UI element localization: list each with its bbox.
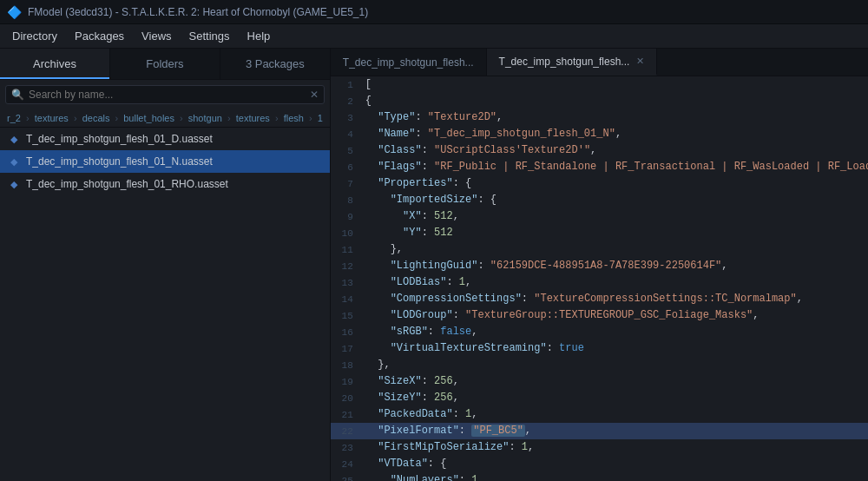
line-number: 11 bbox=[331, 241, 362, 258]
code-line-19: 19 "SizeX": 256, bbox=[331, 373, 868, 390]
menu-help[interactable]: Help bbox=[239, 26, 279, 46]
line-content: "VTData": { bbox=[362, 456, 868, 472]
code-line-15: 15 "LODGroup": "TextureGroup::TEXTUREGRO… bbox=[331, 307, 868, 324]
line-content: "sRGB": false, bbox=[362, 324, 868, 340]
code-line-9: 9 "X": 512, bbox=[331, 208, 868, 225]
line-content: "PackedData": 1, bbox=[362, 406, 868, 423]
tab-packages[interactable]: 3 Packages bbox=[220, 49, 330, 79]
line-content: "SizeY": 256, bbox=[362, 390, 868, 406]
code-line-11: 11 }, bbox=[331, 241, 868, 258]
line-content: "Class": "UScriptClass'Texture2D'", bbox=[362, 142, 868, 159]
code-line-18: 18 }, bbox=[331, 357, 868, 373]
menu-directory[interactable]: Directory bbox=[3, 26, 66, 46]
file-list: ◆ T_dec_imp_shotgun_flesh_01_D.uasset ◆ … bbox=[0, 128, 330, 481]
line-number: 2 bbox=[331, 93, 362, 109]
file-name: T_dec_imp_shotgun_flesh_01_D.uasset bbox=[26, 133, 213, 145]
line-number: 3 bbox=[331, 109, 362, 126]
breadcrumb-item[interactable]: r_2 bbox=[7, 113, 21, 123]
menu-packages[interactable]: Packages bbox=[66, 26, 133, 46]
editor-tab-label: T_dec_imp_shotgun_flesh... bbox=[343, 56, 474, 69]
code-line-2: 2{ bbox=[331, 93, 868, 109]
code-line-25: 25 "NumLayers": 1, bbox=[331, 472, 868, 481]
line-number: 24 bbox=[331, 456, 362, 472]
code-line-10: 10 "Y": 512 bbox=[331, 225, 868, 241]
code-editor[interactable]: 1[2{3 "Type": "Texture2D",4 "Name": "T_d… bbox=[331, 76, 868, 481]
breadcrumb-item[interactable]: bullet_holes bbox=[123, 113, 174, 123]
line-number: 20 bbox=[331, 390, 362, 406]
line-number: 10 bbox=[331, 225, 362, 241]
menu-settings[interactable]: Settings bbox=[181, 26, 239, 46]
line-number: 9 bbox=[331, 208, 362, 225]
app-icon: 🔷 bbox=[7, 5, 21, 19]
line-content: "ImportedSize": { bbox=[362, 192, 868, 208]
editor-tab-0[interactable]: T_dec_imp_shotgun_flesh... bbox=[331, 49, 487, 76]
code-line-13: 13 "LODBias": 1, bbox=[331, 274, 868, 291]
file-name: T_dec_imp_shotgun_flesh_01_N.uasset bbox=[26, 155, 213, 168]
main-layout: Archives Folders 3 Packages 🔍 ✕ r_2 › te… bbox=[0, 49, 868, 481]
line-number: 8 bbox=[331, 192, 362, 208]
line-number: 19 bbox=[331, 373, 362, 390]
line-number: 4 bbox=[331, 126, 362, 142]
line-content: "Properties": { bbox=[362, 175, 868, 192]
breadcrumb-item[interactable]: decals bbox=[82, 113, 110, 123]
code-line-24: 24 "VTData": { bbox=[331, 456, 868, 472]
code-line-22: 22 "PixelFormat": "PF_BC5", bbox=[331, 423, 868, 439]
code-line-14: 14 "CompressionSettings": "TextureCompre… bbox=[331, 291, 868, 307]
line-number: 12 bbox=[331, 258, 362, 274]
line-content: "Y": 512 bbox=[362, 225, 868, 241]
line-content: "LODBias": 1, bbox=[362, 274, 868, 291]
tab-archives[interactable]: Archives bbox=[0, 49, 110, 79]
code-line-6: 6 "Flags": "RF_Public | RF_Standalone | … bbox=[331, 159, 868, 175]
clear-icon[interactable]: ✕ bbox=[310, 89, 319, 101]
tab-folders[interactable]: Folders bbox=[110, 49, 220, 79]
line-content: "Name": "T_dec_imp_shotgun_flesh_01_N", bbox=[362, 126, 868, 142]
line-content: "FirstMipToSerialize": 1, bbox=[362, 439, 868, 456]
right-panel: T_dec_imp_shotgun_flesh... T_dec_imp_sho… bbox=[331, 49, 868, 481]
file-icon: ◆ bbox=[7, 155, 21, 168]
code-line-17: 17 "VirtualTextureStreaming": true bbox=[331, 340, 868, 357]
menu-views[interactable]: Views bbox=[133, 26, 180, 46]
file-item-1[interactable]: ◆ T_dec_imp_shotgun_flesh_01_N.uasset bbox=[0, 150, 330, 173]
line-number: 22 bbox=[331, 423, 362, 439]
window-title: FModel (3edcd31) - S.T.A.L.K.E.R. 2: Hea… bbox=[28, 6, 368, 18]
code-line-8: 8 "ImportedSize": { bbox=[331, 192, 868, 208]
line-number: 13 bbox=[331, 274, 362, 291]
line-content: "LODGroup": "TextureGroup::TEXTUREGROUP_… bbox=[362, 307, 868, 324]
code-line-16: 16 "sRGB": false, bbox=[331, 324, 868, 340]
code-line-3: 3 "Type": "Texture2D", bbox=[331, 109, 868, 126]
code-line-23: 23 "FirstMipToSerialize": 1, bbox=[331, 439, 868, 456]
titlebar: 🔷 FModel (3edcd31) - S.T.A.L.K.E.R. 2: H… bbox=[0, 0, 868, 24]
editor-tab-1[interactable]: T_dec_imp_shotgun_flesh... ✕ bbox=[487, 49, 658, 76]
editor-tab-close[interactable]: ✕ bbox=[636, 56, 644, 67]
line-content: { bbox=[362, 93, 868, 109]
search-icon: 🔍 bbox=[11, 89, 24, 101]
code-line-7: 7 "Properties": { bbox=[331, 175, 868, 192]
breadcrumb-item[interactable]: 1 bbox=[318, 113, 323, 123]
line-content: "NumLayers": 1, bbox=[362, 472, 868, 481]
file-item-2[interactable]: ◆ T_dec_imp_shotgun_flesh_01_RHO.uasset bbox=[0, 173, 330, 195]
file-icon: ◆ bbox=[7, 132, 21, 146]
line-content: }, bbox=[362, 241, 868, 258]
editor-tabs: T_dec_imp_shotgun_flesh... T_dec_imp_sho… bbox=[331, 49, 868, 76]
search-input[interactable] bbox=[29, 89, 310, 101]
breadcrumb-item[interactable]: textures bbox=[35, 113, 69, 123]
file-item-0[interactable]: ◆ T_dec_imp_shotgun_flesh_01_D.uasset bbox=[0, 128, 330, 150]
line-number: 6 bbox=[331, 159, 362, 175]
breadcrumb-item[interactable]: shotgun bbox=[188, 113, 222, 123]
line-content: "CompressionSettings": "TextureCompressi… bbox=[362, 291, 868, 307]
line-content: "PixelFormat": "PF_BC5", bbox=[362, 423, 868, 439]
breadcrumb-item[interactable]: textures bbox=[236, 113, 270, 123]
breadcrumb-item[interactable]: flesh bbox=[284, 113, 304, 123]
code-line-20: 20 "SizeY": 256, bbox=[331, 390, 868, 406]
line-content: "VirtualTextureStreaming": true bbox=[362, 340, 868, 357]
file-icon: ◆ bbox=[7, 177, 21, 191]
line-number: 7 bbox=[331, 175, 362, 192]
menubar: Directory Packages Views Settings Help bbox=[0, 24, 868, 49]
line-number: 1 bbox=[331, 76, 362, 93]
line-content: "X": 512, bbox=[362, 208, 868, 225]
code-line-21: 21 "PackedData": 1, bbox=[331, 406, 868, 423]
code-line-1: 1[ bbox=[331, 76, 868, 93]
search-bar[interactable]: 🔍 ✕ bbox=[5, 85, 325, 104]
panel-tabs: Archives Folders 3 Packages bbox=[0, 49, 330, 80]
code-line-4: 4 "Name": "T_dec_imp_shotgun_flesh_01_N"… bbox=[331, 126, 868, 142]
